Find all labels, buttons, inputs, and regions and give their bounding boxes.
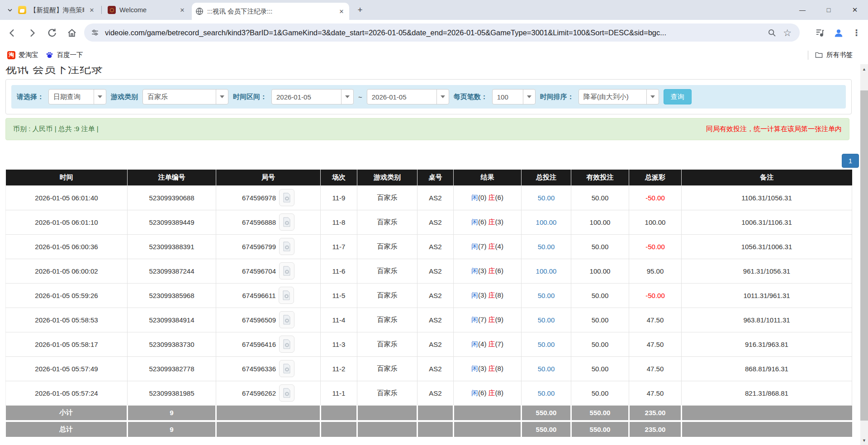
payout-value: -50.00 [645,292,665,299]
home-icon[interactable] [66,27,78,39]
chevron-down-icon [341,90,353,104]
bet-record-table: 时间 注单编号 局号 场次 游戏类别 桌号 结果 总投注 有效投注 总派彩 备注… [5,170,852,437]
video-replay-icon[interactable] [279,336,294,353]
video-replay-icon[interactable] [279,384,294,402]
bookmark-star-icon[interactable]: ☆ [783,28,792,38]
tab-close-icon[interactable]: ✕ [178,6,186,14]
tab-list-chevron-icon[interactable] [5,5,15,15]
video-replay-icon[interactable] [279,213,294,231]
url-bar[interactable]: videoie.com/game/betrecord_search/kind3?… [84,24,800,42]
cell-note: 961.31/1056.31 [682,259,852,283]
date-start-select[interactable]: 2026-01-05 [271,89,354,104]
result-player: 闲(6) [471,389,486,397]
col-bet-no: 注单编号 [128,170,216,185]
total-bet-link[interactable]: 50.00 [538,194,555,202]
tab-close-icon[interactable]: ✕ [88,6,96,14]
scroll-down-icon[interactable]: ▼ [860,436,868,444]
cell-note: 1011.31/961.31 [682,283,852,308]
cell-payout: 47.50 [629,308,682,332]
back-icon[interactable] [6,27,18,39]
video-replay-icon[interactable] [279,189,294,206]
video-replay-icon[interactable] [279,238,294,255]
cell-session: 11-4 [321,308,357,332]
chevron-down-icon [646,90,659,104]
total-bet-link[interactable]: 100.00 [536,218,557,226]
profile-avatar-icon[interactable] [833,28,844,38]
site-settings-icon[interactable] [90,28,100,37]
result-banker: 庄(6) [489,267,503,275]
video-replay-icon[interactable] [279,360,294,377]
cell-payout: 47.50 [629,332,682,356]
total-bet-link[interactable]: 50.00 [538,389,555,397]
footer-empty [357,405,417,421]
round-no: 674596336 [242,365,276,373]
round-no: 674596888 [242,218,276,226]
result-banker: 庄(7) [489,340,503,348]
table-row: 2026-01-05 05:58:17523099383730674596416… [6,332,852,356]
tab-bet-record-active[interactable]: :::视讯 会员下注纪录::: ✕ [192,3,349,20]
all-bookmarks-button[interactable]: 所有书签 [815,51,853,59]
cell-bet-no: 523099385968 [128,283,216,308]
window-maximize-button[interactable]: □ [816,0,842,20]
video-replay-icon[interactable] [279,262,294,279]
tab-close-icon[interactable]: ✕ [337,7,346,15]
total-bet-link[interactable]: 50.00 [538,243,555,251]
cell-payout: 47.50 [629,356,682,381]
browser-menu-icon[interactable]: ⋮ [852,28,861,38]
total-bet-link[interactable]: 50.00 [538,365,555,373]
tab-forum[interactable]: 【新提醒】海燕策略论坛 - 综合 ✕ [14,0,100,20]
cell-time: 2026-01-05 05:57:49 [6,356,128,381]
game-kind-select[interactable]: 百家乐 [142,89,228,104]
result-player: 闲(7) [471,242,486,250]
sort-select[interactable]: 降幂(由大到小) [579,89,659,104]
video-replay-icon[interactable] [279,311,294,328]
query-type-select[interactable]: 日期查询 [48,89,106,104]
url-text: videoie.com/game/betrecord_search/kind3?… [105,28,767,37]
total-bet-link[interactable]: 50.00 [538,316,555,324]
footer-count: 9 [128,421,216,437]
scroll-up-icon[interactable]: ▲ [860,65,868,73]
cell-round-no: 674596416 [216,332,321,356]
payout-value: -50.00 [645,243,665,251]
bookmark-taobao[interactable]: 淘 爱淘宝 [7,51,38,59]
tab-title: 【新提醒】海燕策略论坛 - 综合 [30,6,84,14]
footer-label: 小计 [6,405,128,421]
footer-count: 9 [128,405,216,421]
cell-payout: -50.00 [629,185,682,210]
reload-icon[interactable] [46,27,58,39]
date-end-select[interactable]: 2026-01-05 [367,89,449,104]
cell-game-kind: 百家乐 [357,234,417,259]
total-bet-link[interactable]: 50.00 [538,341,555,348]
zoom-icon[interactable] [767,28,777,38]
col-valid-bet: 有效投注 [571,170,629,185]
window-minimize-button[interactable]: — [789,0,816,20]
cell-table-no: AS2 [417,283,454,308]
tab-title: :::视讯 会员下注纪录::: [207,7,334,16]
video-replay-icon[interactable] [279,287,294,304]
total-bet-link[interactable]: 100.00 [536,267,557,275]
cell-bet-no: 523099384914 [128,308,216,332]
page-scrollbar[interactable]: ▲ ▼ [860,64,868,445]
tab-welcome[interactable]: Welcome ✕ [104,0,190,20]
cell-total-bet: 50.00 [522,332,571,356]
bookmark-baidu[interactable]: 百度一下 [46,51,83,59]
cell-table-no: AS2 [417,332,454,356]
payout-value: 47.50 [647,341,664,348]
new-tab-button[interactable]: + [355,5,365,15]
media-controls-icon[interactable] [815,28,825,38]
scrollbar-thumb[interactable] [860,90,868,421]
browser-toolbar: videoie.com/game/betrecord_search/kind3?… [0,20,868,46]
cell-payout: 100.00 [629,210,682,234]
cell-note: 1006.31/1106.31 [682,210,852,234]
cell-total-bet: 50.00 [522,308,571,332]
total-bet-link[interactable]: 50.00 [538,292,555,299]
cell-session: 11-3 [321,332,357,356]
window-close-button[interactable]: ✕ [842,0,868,20]
page-size-select[interactable]: 100 [492,89,536,104]
footer-empty [454,405,522,421]
query-button[interactable]: 查询 [664,89,692,104]
pagination-page-1[interactable]: 1 [842,154,859,168]
forward-icon[interactable] [26,27,38,39]
col-table-no: 桌号 [417,170,454,185]
cell-round-no: 674596611 [216,283,321,308]
